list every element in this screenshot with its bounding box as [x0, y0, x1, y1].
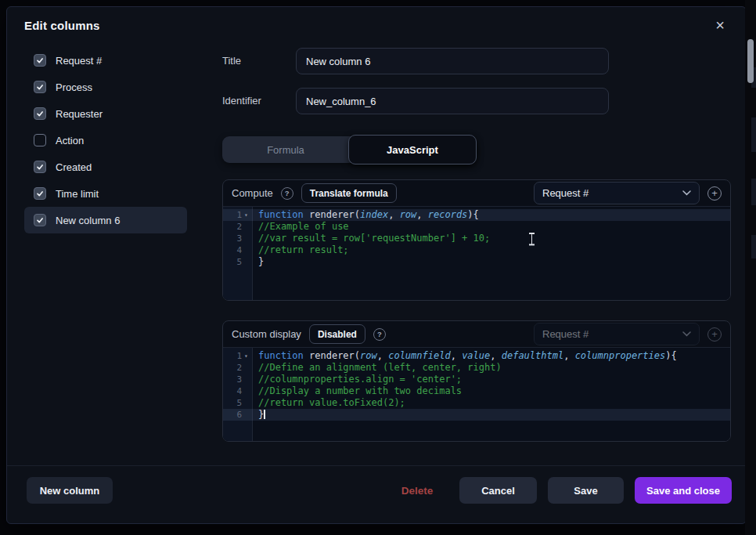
mode-tab-bar: Formula JavaScript — [222, 136, 477, 163]
compute-column-dropdown[interactable]: Request # — [534, 182, 700, 204]
compute-panel-header: Compute ? Translate formula Request # + — [223, 180, 730, 206]
code-text: } — [258, 409, 265, 421]
code-line[interactable]: 5} — [223, 256, 730, 268]
column-list-item[interactable]: New column 6 — [24, 207, 187, 233]
chevron-down-icon — [682, 331, 691, 337]
checked-checkbox-icon[interactable] — [34, 161, 46, 173]
code-token: value — [462, 350, 490, 361]
code-text: //Example of use — [258, 221, 349, 233]
code-token: , — [388, 209, 399, 220]
tab-formula[interactable]: Formula — [222, 136, 349, 163]
tab-javascript[interactable]: JavaScript — [348, 135, 477, 164]
column-list-item[interactable]: Time limit — [24, 180, 187, 207]
code-token: function — [258, 209, 304, 220]
code-token: } — [258, 256, 264, 267]
code-token: columnproperties — [575, 350, 666, 361]
unchecked-checkbox-icon[interactable] — [34, 134, 46, 146]
line-number: 1 — [223, 350, 242, 362]
fold-arrow-icon[interactable]: ▾ — [244, 350, 248, 362]
column-list-item[interactable]: Process — [24, 74, 187, 100]
code-line[interactable]: 1▾function renderer(row, columnfield, va… — [223, 350, 730, 362]
line-number: 5 — [223, 256, 242, 268]
custom-display-panel: Custom display Disabled ? Request # + 1▾… — [222, 320, 731, 442]
page-scrollbar-track[interactable] — [745, 0, 756, 535]
title-label: Title — [222, 55, 241, 67]
save-and-close-button[interactable]: Save and close — [635, 477, 732, 504]
save-button[interactable]: Save — [548, 477, 624, 504]
dropdown-value: Request # — [542, 187, 678, 199]
delete-button[interactable]: Delete — [386, 477, 448, 504]
compute-code-editor[interactable]: 1▾function renderer(index, row, records)… — [223, 206, 730, 300]
code-token: //return value.toFixed(2); — [258, 397, 405, 408]
code-token: columnfield — [388, 350, 450, 361]
text-cursor-pointer — [528, 233, 535, 245]
code-line[interactable]: 1▾function renderer(index, row, records)… — [223, 209, 730, 221]
column-list: Request #ProcessRequesterActionCreatedTi… — [24, 47, 187, 233]
column-item-label: Time limit — [56, 188, 99, 200]
checked-checkbox-icon[interactable] — [34, 107, 46, 120]
help-icon[interactable]: ? — [281, 187, 293, 200]
line-number: 4 — [223, 244, 242, 256]
code-token: , — [377, 350, 388, 361]
disabled-toggle-button[interactable]: Disabled — [309, 324, 365, 344]
line-number: 3 — [223, 374, 242, 385]
modal-title: Edit columns — [24, 19, 100, 32]
dropdown-value: Request # — [542, 328, 678, 340]
column-list-item[interactable]: Action — [24, 127, 187, 154]
code-token: , — [451, 350, 462, 361]
checked-checkbox-icon[interactable] — [34, 54, 46, 67]
identifier-input[interactable] — [296, 88, 609, 114]
checked-checkbox-icon[interactable] — [34, 187, 46, 200]
line-number: 2 — [223, 221, 242, 233]
checked-checkbox-icon[interactable] — [34, 81, 46, 93]
code-text: //return result; — [258, 244, 349, 256]
add-column-icon[interactable]: + — [707, 186, 722, 201]
cancel-button[interactable]: Cancel — [459, 477, 537, 504]
edit-columns-modal: Edit columns × Request #ProcessRequester… — [6, 6, 747, 524]
column-list-item[interactable]: Created — [24, 154, 187, 180]
compute-panel: Compute ? Translate formula Request # + … — [222, 179, 731, 301]
code-token: //columnproperties.align = 'center'; — [258, 374, 462, 385]
help-icon[interactable]: ? — [373, 328, 386, 341]
code-line[interactable]: 2//Define an alignment (left, center, ri… — [223, 362, 730, 374]
close-icon[interactable]: × — [710, 15, 730, 35]
code-token: ){ — [467, 209, 478, 220]
code-text: } — [258, 256, 264, 268]
column-item-label: Requester — [56, 108, 103, 120]
code-line[interactable]: 4//return result; — [223, 244, 730, 256]
line-number: 3 — [223, 233, 242, 244]
page-scrollbar-thumb[interactable] — [747, 39, 754, 83]
code-line[interactable]: 3//var result = row['requestNumber'] + 1… — [223, 233, 730, 244]
checked-checkbox-icon[interactable] — [34, 214, 46, 226]
column-item-label: Action — [56, 135, 84, 146]
code-line[interactable]: 5//return value.toFixed(2); — [223, 397, 730, 409]
fold-arrow-icon[interactable]: ▾ — [244, 209, 248, 221]
line-number: 2 — [223, 362, 242, 374]
code-line[interactable]: 2//Example of use — [223, 221, 730, 233]
column-list-item[interactable]: Requester — [24, 100, 187, 127]
custom-display-label: Custom display — [232, 328, 301, 340]
code-line[interactable]: 3//columnproperties.align = 'center'; — [223, 374, 730, 385]
chevron-down-icon — [682, 190, 691, 196]
code-token: defaulthtml — [502, 350, 563, 361]
new-column-button[interactable]: New column — [27, 477, 113, 504]
code-token: row — [360, 350, 377, 361]
code-token: } — [258, 409, 264, 420]
custom-display-code-editor[interactable]: 1▾function renderer(row, columnfield, va… — [223, 347, 730, 441]
translate-formula-button[interactable]: Translate formula — [301, 183, 397, 203]
text-caret — [264, 410, 265, 419]
line-number: 1 — [223, 209, 242, 221]
column-item-label: Request # — [56, 55, 102, 67]
column-list-item[interactable]: Request # — [24, 47, 187, 74]
title-input[interactable] — [296, 48, 609, 74]
column-item-label: Created — [56, 161, 92, 173]
compute-label: Compute — [232, 187, 273, 199]
code-line[interactable]: 4//Display a number with two decimals — [223, 385, 730, 397]
code-token: //Define an alignment (left, center, rig… — [258, 362, 502, 373]
column-item-label: New column 6 — [56, 215, 120, 226]
code-token: , — [490, 350, 501, 361]
code-line[interactable]: 6} — [223, 409, 730, 421]
code-text: //return value.toFixed(2); — [258, 397, 405, 409]
add-column-icon[interactable]: + — [707, 327, 722, 342]
custom-display-column-dropdown[interactable]: Request # — [534, 323, 700, 345]
